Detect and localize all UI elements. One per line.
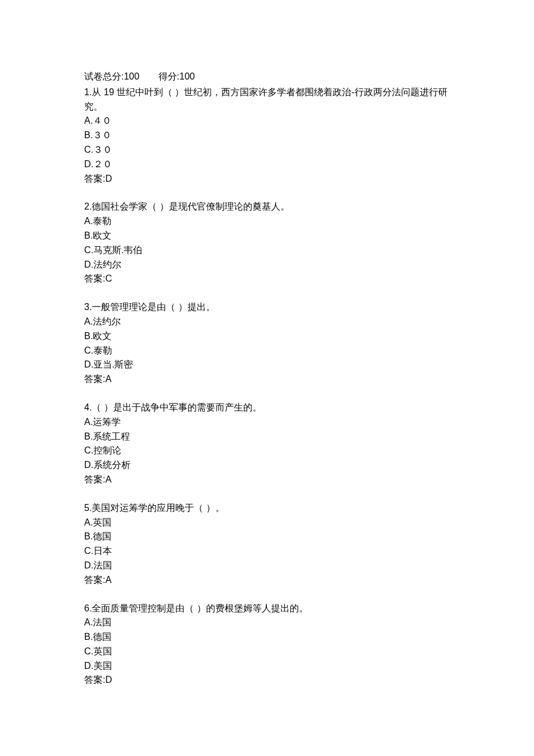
question-option: A.泰勒 — [84, 214, 450, 229]
question-option: B.德国 — [84, 630, 450, 645]
question-stem: 6.全面质量管理控制是由（ ）的费根堡姆等人提出的。 — [84, 602, 450, 616]
question-option: D.法国 — [84, 559, 450, 573]
question-option: D.亚当.斯密 — [84, 358, 450, 372]
question-option: C.马克斯.韦伯 — [84, 243, 450, 258]
question-stem: 2.德国社会学家（ ）是现代官僚制理论的奠基人。 — [84, 200, 450, 214]
question-option: D.法约尔 — [84, 258, 450, 272]
question-option: D.２０ — [84, 157, 450, 172]
question-option: A.运筹学 — [84, 415, 450, 430]
question-option: C.英国 — [84, 645, 450, 659]
question-option: D.系统分析 — [84, 458, 450, 473]
question-option: A.法约尔 — [84, 315, 450, 329]
question-answer: 答案:D — [84, 673, 450, 687]
question-answer: 答案:A — [84, 573, 450, 588]
question-block: 4.（ ）是出于战争中军事的需要而产生的。 A.运筹学 B.系统工程 C.控制论… — [84, 401, 450, 487]
question-answer: 答案:A — [84, 372, 450, 387]
total-score-label: 试卷总分:100 — [84, 71, 139, 81]
question-option: C.泰勒 — [84, 344, 450, 358]
question-option: C.３０ — [84, 143, 450, 157]
question-option: D.美国 — [84, 659, 450, 674]
score-header: 试卷总分:100 得分:100 — [84, 70, 450, 84]
question-option: A.英国 — [84, 516, 450, 530]
question-option: A.４０ — [84, 114, 450, 128]
question-stem: 3.一般管理理论是由（ ）提出。 — [84, 300, 450, 315]
question-option: B.系统工程 — [84, 430, 450, 444]
question-option: B.３０ — [84, 128, 450, 143]
question-option: A.法国 — [84, 615, 450, 630]
question-stem: 1.从 19 世纪中叶到（ ）世纪初，西方国家许多学者都围绕着政治-行政两分法问… — [84, 85, 450, 114]
question-block: 3.一般管理理论是由（ ）提出。 A.法约尔 B.欧文 C.泰勒 D.亚当.斯密… — [84, 300, 450, 387]
question-option: C.日本 — [84, 544, 450, 559]
question-option: B.欧文 — [84, 229, 450, 243]
question-block: 2.德国社会学家（ ）是现代官僚制理论的奠基人。 A.泰勒 B.欧文 C.马克斯… — [84, 200, 450, 286]
question-block: 6.全面质量管理控制是由（ ）的费根堡姆等人提出的。 A.法国 B.德国 C.英… — [84, 602, 450, 688]
question-option: B.欧文 — [84, 329, 450, 344]
question-option: B.德国 — [84, 530, 450, 544]
question-stem: 4.（ ）是出于战争中军事的需要而产生的。 — [84, 401, 450, 415]
question-block: 5.美国对运筹学的应用晚于（ ）。 A.英国 B.德国 C.日本 D.法国 答案… — [84, 501, 450, 588]
question-option: C.控制论 — [84, 444, 450, 458]
score-label: 得分:100 — [158, 71, 195, 81]
question-answer: 答案:A — [84, 473, 450, 487]
question-answer: 答案:C — [84, 272, 450, 286]
question-stem: 5.美国对运筹学的应用晚于（ ）。 — [84, 501, 450, 516]
question-answer: 答案:D — [84, 172, 450, 186]
